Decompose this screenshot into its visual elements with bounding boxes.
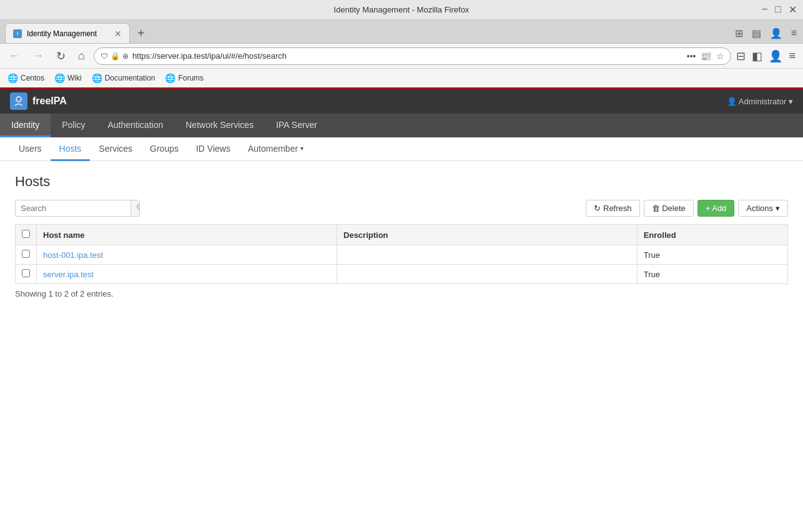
column-enrolled: Enrolled <box>637 225 787 245</box>
tab-close-button[interactable]: ✕ <box>114 29 122 39</box>
user-caret-icon: ▾ <box>789 97 793 106</box>
actions-label: Actions <box>746 204 773 213</box>
subnav-users-label: Users <box>19 144 42 154</box>
row-checkbox-1[interactable] <box>22 250 30 258</box>
bookmark-star-icon[interactable]: ☆ <box>716 51 724 61</box>
wiki-icon: 🌐 <box>54 73 65 83</box>
subnav-groups-label: Groups <box>150 144 179 154</box>
user-icon: 👤 <box>727 97 739 106</box>
bookmark-documentation[interactable]: 🌐 Documentation <box>92 73 155 83</box>
window-controls: − □ ✕ <box>762 4 797 16</box>
lock-icon: 🔒 <box>111 52 120 61</box>
search-button[interactable]: 🔍 <box>131 200 140 216</box>
home-button[interactable]: ⌂ <box>74 47 89 65</box>
menu-icon[interactable]: ≡ <box>791 27 797 39</box>
subnav-item-hosts[interactable]: Hosts <box>51 137 91 161</box>
nav-identity-label: Identity <box>11 120 39 130</box>
row-checkbox-2[interactable] <box>22 269 30 277</box>
logo-icon <box>10 92 27 110</box>
add-label: + Add <box>706 204 727 213</box>
app-header: freeIPA 👤 Administrator ▾ <box>0 89 803 114</box>
actions-button[interactable]: Actions ▾ <box>738 200 788 217</box>
host-enrolled-cell-2: True <box>637 265 787 284</box>
search-input[interactable] <box>16 200 131 216</box>
select-all-header[interactable] <box>16 225 37 245</box>
nav-policy-label: Policy <box>62 120 85 130</box>
subnav-automember-label: Automember <box>248 144 298 154</box>
centos-icon: 🌐 <box>7 73 18 83</box>
bookmark-centos-label: Centos <box>21 74 44 82</box>
back-button[interactable]: ← <box>5 47 24 65</box>
subnav-item-users[interactable]: Users <box>10 137 51 161</box>
refresh-label: Refresh <box>603 204 632 213</box>
bookmark-documentation-label: Documentation <box>105 74 155 82</box>
row-checkbox-cell-2[interactable] <box>16 265 37 284</box>
nav-item-authentication[interactable]: Authentication <box>97 114 175 137</box>
host-name-cell-1: host-001.ipa.test <box>37 245 337 265</box>
hosts-table: Host name Description Enrolled host-001.… <box>15 224 788 284</box>
bookmark-forums-label: Forums <box>178 74 204 82</box>
forward-button[interactable]: → <box>29 47 47 65</box>
refresh-button[interactable]: ↻ Refresh <box>586 200 639 217</box>
account-icon[interactable]: 👤 <box>769 49 782 63</box>
bookmark-centos[interactable]: 🌐 Centos <box>7 73 44 83</box>
host-name-cell-2: server.ipa.test <box>37 265 337 284</box>
subnav-id-views-label: ID Views <box>196 144 230 154</box>
extensions-icon[interactable]: ◧ <box>752 49 762 63</box>
hamburger-icon[interactable]: ≡ <box>789 49 796 62</box>
browser-title: Identity Management - Mozilla Firefox <box>334 5 470 14</box>
subnav-item-automember[interactable]: Automember ▾ <box>239 137 312 161</box>
tab-label: Identity Management <box>27 29 97 38</box>
tab-bar-controls: ⊞ ▤ 👤 ≡ <box>735 27 797 39</box>
close-button[interactable]: ✕ <box>789 4 797 16</box>
subnav-item-groups[interactable]: Groups <box>141 137 187 161</box>
url-input[interactable] <box>132 51 683 61</box>
refresh-nav-button[interactable]: ↻ <box>52 47 69 66</box>
host-description-cell-2 <box>337 265 638 284</box>
search-wrap: 🔍 <box>15 200 140 217</box>
host-name-link-2[interactable]: server.ipa.test <box>43 270 94 279</box>
host-name-link-1[interactable]: host-001.ipa.test <box>43 250 103 260</box>
maximize-button[interactable]: □ <box>775 4 781 16</box>
nav-item-policy[interactable]: Policy <box>51 114 96 137</box>
bookmark-forums[interactable]: 🌐 Forums <box>165 73 204 83</box>
address-bar[interactable]: 🛡 🔒 ⊕ ••• 📰 ☆ <box>94 47 732 65</box>
nav-ipa-server-label: IPA Server <box>276 120 317 130</box>
minimize-button[interactable]: − <box>762 4 767 16</box>
profile-icon[interactable]: 👤 <box>770 27 782 39</box>
automember-caret-icon: ▾ <box>300 145 303 152</box>
user-menu[interactable]: 👤 Administrator ▾ <box>727 97 793 106</box>
address-bar-security-icons: 🛡 🔒 ⊕ <box>101 52 129 61</box>
bookmark-wiki[interactable]: 🌐 Wiki <box>54 73 82 83</box>
host-description-cell-1 <box>337 245 638 265</box>
forums-icon: 🌐 <box>165 73 175 83</box>
address-bar-actions: ••• 📰 ☆ <box>687 51 725 61</box>
sidebar-icon[interactable]: ▤ <box>752 27 761 39</box>
browser-tab[interactable]: i Identity Management ✕ <box>5 23 130 43</box>
nav-item-ipa-server[interactable]: IPA Server <box>265 114 328 137</box>
bookmark-wiki-label: Wiki <box>67 74 82 82</box>
nav-network-services-label: Network Services <box>185 120 254 130</box>
column-description: Description <box>337 225 638 245</box>
column-hostname: Host name <box>37 225 337 245</box>
page-title: Hosts <box>15 174 788 190</box>
bookmarks-bar: 🌐 Centos 🌐 Wiki 🌐 Documentation 🌐 Forums <box>0 69 803 89</box>
table-row: host-001.ipa.test True <box>16 245 788 265</box>
content-area: Hosts 🔍 ↻ Refresh 🗑 Delete + Add Actions… <box>0 161 803 311</box>
reader-mode-icon[interactable]: 📰 <box>701 51 711 61</box>
subnav-item-services[interactable]: Services <box>90 137 141 161</box>
new-tab-button[interactable]: + <box>132 26 150 41</box>
nav-bar: ← → ↻ ⌂ 🛡 🔒 ⊕ ••• 📰 ☆ ⊟ ◧ 👤 ≡ <box>0 44 803 69</box>
add-button[interactable]: + Add <box>697 200 735 217</box>
delete-label: Delete <box>662 204 686 213</box>
nav-item-identity[interactable]: Identity <box>0 114 51 137</box>
select-all-checkbox[interactable] <box>22 230 30 238</box>
delete-button[interactable]: 🗑 Delete <box>644 200 694 217</box>
row-checkbox-cell-1[interactable] <box>16 245 37 265</box>
library-icon[interactable]: ⊞ <box>735 27 743 39</box>
bookmarks-icon[interactable]: ⊟ <box>736 49 746 63</box>
subnav-item-id-views[interactable]: ID Views <box>187 137 239 161</box>
nav-item-network-services[interactable]: Network Services <box>174 114 265 137</box>
more-options-icon[interactable]: ••• <box>687 51 696 61</box>
sub-nav: Users Hosts Services Groups ID Views Aut… <box>0 137 803 161</box>
